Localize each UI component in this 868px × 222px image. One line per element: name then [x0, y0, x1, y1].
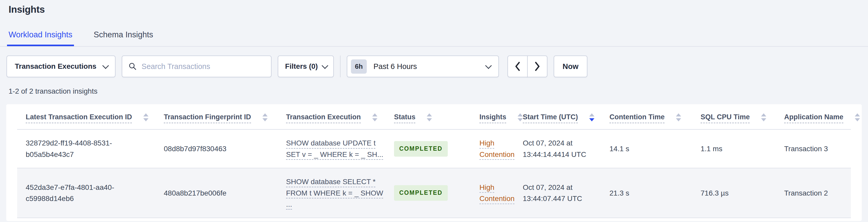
chevron-left-icon	[514, 61, 521, 71]
filters-button[interactable]: Filters (0)	[278, 56, 334, 77]
transaction-execution-cell: SHOW database UPDATE t SET v = _ WHERE k…	[286, 129, 394, 168]
high-contention-link[interactable]: High Contention	[479, 183, 515, 202]
application-name-cell: Transaction 3	[784, 129, 851, 168]
sort-icon-active-desc	[589, 113, 594, 121]
column-header-insights[interactable]: Insights	[479, 104, 523, 129]
column-header-sql-cpu-time[interactable]: SQL CPU Time	[701, 104, 784, 129]
application-name-cell: Transaction 2	[784, 168, 851, 218]
insights-cell: High Contention	[479, 129, 523, 168]
transaction-execution-link[interactable]: SHOW database UPDATE t SET v = _ WHERE k…	[286, 139, 383, 158]
insights-page: Insights Workload Insights Schema Insigh…	[0, 0, 868, 222]
search-input[interactable]	[142, 62, 265, 71]
insights-table-card: Latest Transaction Execution ID Transact…	[6, 104, 862, 221]
table-header-row: Latest Transaction Execution ID Transact…	[17, 104, 851, 129]
tab-schema-insights[interactable]: Schema Insights	[92, 29, 155, 46]
insights-cell: High Contention	[479, 168, 523, 218]
execution-type-label: Transaction Executions	[15, 62, 96, 70]
contention-time-cell: 21.3 s	[610, 168, 701, 218]
column-header-contention-time[interactable]: Contention Time	[610, 104, 701, 129]
column-header-latest-transaction-execution-id[interactable]: Latest Transaction Execution ID	[17, 104, 164, 129]
sort-icon	[676, 113, 681, 121]
sql-cpu-time-cell: 1.1 ms	[701, 129, 784, 168]
chevron-down-icon	[485, 62, 492, 69]
toolbar-divider	[340, 56, 341, 77]
latest-transaction-execution-id: 452da3e7-e7fa-4801-aa40- c59988d14eb6	[17, 168, 164, 218]
status-badge: COMPLETED	[394, 185, 448, 201]
tab-bar: Workload Insights Schema Insights	[0, 29, 868, 47]
results-summary: 1-2 of 2 transaction insights	[8, 87, 868, 95]
toolbar: Transaction Executions Filters (0) 6h Pa…	[6, 56, 868, 77]
execution-type-dropdown[interactable]: Transaction Executions	[6, 56, 116, 77]
transaction-insights-table: Latest Transaction Execution ID Transact…	[17, 104, 851, 218]
column-header-transaction-execution[interactable]: Transaction Execution	[286, 104, 394, 129]
transaction-execution-link[interactable]: SHOW database SELECT * FROM t WHERE k = …	[286, 178, 383, 208]
contention-time-cell: 14.1 s	[610, 129, 701, 168]
column-header-transaction-fingerprint-id[interactable]: Transaction Fingerprint ID	[164, 104, 286, 129]
time-range-picker[interactable]: 6h Past 6 Hours	[347, 56, 499, 77]
page-title: Insights	[0, 0, 868, 15]
time-pager	[507, 56, 548, 77]
column-header-application-name[interactable]: Application Name	[784, 104, 851, 129]
column-header-status[interactable]: Status	[394, 104, 479, 129]
sort-icon	[143, 113, 149, 121]
tab-workload-insights[interactable]: Workload Insights	[7, 29, 74, 46]
start-time-cell: Oct 07, 2024 at 13:44:07.447 UTC	[523, 168, 610, 218]
start-time-cell: Oct 07, 2024 at 13:44:14.4414 UTC	[523, 129, 610, 168]
sort-icon	[372, 113, 377, 121]
sql-cpu-time-cell: 716.3 µs	[701, 168, 784, 218]
sort-icon	[427, 113, 432, 121]
transaction-fingerprint-id: 08d8b7d97f830463	[164, 129, 286, 168]
now-button[interactable]: Now	[554, 56, 587, 77]
sort-icon	[761, 113, 766, 121]
filters-label: Filters (0)	[285, 62, 318, 70]
high-contention-link[interactable]: High Contention	[479, 139, 515, 158]
table-row: 328729d2-ff19-4408-8531- b05a5b4e43c7 08…	[17, 129, 851, 168]
column-header-start-time[interactable]: Start Time (UTC)	[523, 104, 610, 129]
sort-icon	[855, 113, 860, 121]
next-time-button[interactable]	[527, 56, 548, 77]
chevron-down-icon	[321, 62, 328, 69]
table-row: 452da3e7-e7fa-4801-aa40- c59988d14eb6 48…	[17, 168, 851, 218]
status-cell: COMPLETED	[394, 168, 479, 218]
time-range-label: Past 6 Hours	[374, 62, 417, 71]
status-badge: COMPLETED	[394, 141, 448, 157]
chevron-down-icon	[102, 62, 109, 69]
transaction-execution-cell: SHOW database SELECT * FROM t WHERE k = …	[286, 168, 394, 218]
status-cell: COMPLETED	[394, 129, 479, 168]
sort-icon	[262, 113, 268, 121]
time-range-badge: 6h	[351, 59, 367, 74]
search-box[interactable]	[122, 56, 272, 77]
latest-transaction-execution-id: 328729d2-ff19-4408-8531- b05a5b4e43c7	[17, 129, 164, 168]
chevron-right-icon	[534, 61, 541, 71]
sort-icon	[518, 113, 523, 121]
transaction-fingerprint-id: 480a8b217be006fe	[164, 168, 286, 218]
previous-time-button[interactable]	[507, 56, 528, 77]
search-icon	[128, 62, 137, 70]
